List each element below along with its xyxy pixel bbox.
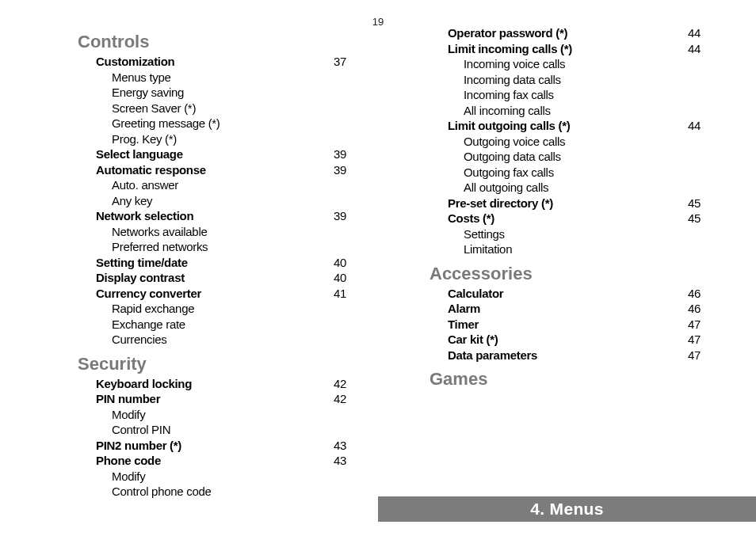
toc-entry: Network selection39: [78, 208, 346, 224]
toc-subentry: All incoming calls: [430, 103, 701, 119]
toc-entry-label: Alarm: [448, 302, 480, 315]
toc-subentry: Screen Saver (*): [78, 101, 346, 116]
toc-entry-label: Data parameters: [448, 348, 537, 362]
toc-subentry: Networks available: [78, 224, 346, 240]
toc-entry: Automatic response39: [78, 162, 346, 178]
toc-entry: Timer47: [430, 317, 701, 333]
toc-entry: Keyboard locking42: [78, 376, 346, 392]
toc-entry: Display contrast40: [78, 270, 346, 286]
toc-entry-page: 41: [334, 286, 346, 302]
toc-entry-page: 47: [688, 332, 701, 348]
toc-entry-page: 39: [334, 208, 346, 224]
toc-subentry: Outgoing voice calls: [430, 134, 701, 150]
toc-entry: Limit incoming calls (*)44: [430, 41, 701, 57]
section-heading: Games: [430, 369, 701, 390]
toc-entry-page: 43: [334, 438, 346, 454]
toc-entry: Car kit (*)47: [430, 332, 701, 348]
toc-subentry: Greeting message (*): [78, 116, 346, 131]
toc-entry-label: Limit incoming calls (*): [448, 42, 572, 55]
toc-subentry: Control phone code: [78, 484, 346, 500]
toc-entry: Phone code43: [78, 453, 346, 469]
toc-subentry: Auto. answer: [78, 177, 346, 193]
toc-subentry: Incoming fax calls: [430, 87, 701, 103]
toc-entry: Setting time/date40: [78, 255, 346, 271]
toc-entry: PIN number42: [78, 391, 346, 407]
toc-subentry: Incoming voice calls: [430, 56, 701, 72]
chapter-bar: 4. Menus: [378, 496, 756, 522]
toc-entry-page: 37: [334, 54, 346, 70]
toc-entry-label: Display contrast: [96, 271, 185, 284]
toc-entry: Customization37: [78, 54, 346, 70]
toc-subentry: Rapid exchange: [78, 301, 346, 317]
toc-entry-page: 45: [688, 211, 701, 226]
toc-entry-label: Car kit (*): [448, 333, 498, 346]
toc-entry: Calculator46: [430, 286, 701, 302]
toc-entry-page: 39: [334, 162, 346, 178]
toc-entry-page: 44: [688, 118, 701, 134]
toc-columns: ControlsCustomization37Menus typeEnergy …: [0, 25, 756, 500]
toc-entry-label: Network selection: [96, 209, 193, 222]
toc-subentry: Preferred networks: [78, 239, 346, 255]
toc-subentry: Currencies: [78, 332, 346, 348]
toc-entry-label: Operator password (*): [448, 26, 567, 40]
section-heading: Accessories: [430, 264, 701, 284]
right-column: Operator password (*)44Limit incoming ca…: [378, 25, 756, 500]
toc-entry-page: 42: [334, 391, 346, 407]
toc-entry-page: 39: [334, 146, 346, 162]
toc-entry: Currency converter41: [78, 286, 346, 302]
toc-entry-page: 47: [688, 348, 701, 363]
toc-entry-label: PIN2 number (*): [96, 439, 181, 452]
toc-entry: PIN2 number (*)43: [78, 438, 346, 454]
toc-entry: Limit outgoing calls (*)44: [430, 118, 701, 134]
toc-entry-label: Limit outgoing calls (*): [448, 119, 570, 132]
toc-entry-page: 44: [688, 41, 701, 57]
toc-entry-page: 43: [334, 453, 346, 469]
toc-entry-label: Costs (*): [448, 211, 494, 225]
toc-subentry: Any key: [78, 193, 346, 209]
toc-entry-page: 47: [688, 317, 701, 333]
toc-entry-label: Setting time/date: [96, 256, 188, 269]
toc-entry-page: 40: [334, 255, 346, 271]
toc-subentry: Prog. Key (*): [78, 131, 346, 147]
toc-entry-page: 46: [688, 286, 701, 302]
toc-entry-label: Phone code: [96, 454, 161, 467]
toc-entry-page: 42: [334, 376, 346, 392]
toc-subentry: Modify: [78, 469, 346, 485]
left-column: ControlsCustomization37Menus typeEnergy …: [0, 25, 378, 500]
toc-subentry: Menus type: [78, 70, 346, 86]
toc-entry: Operator password (*)44: [430, 25, 701, 41]
toc-entry: Data parameters47: [430, 348, 701, 363]
toc-subentry: Limitation: [430, 241, 701, 257]
toc-subentry: Modify: [78, 407, 346, 423]
toc-subentry: Outgoing data calls: [430, 149, 701, 165]
toc-subentry: Incoming data calls: [430, 72, 701, 88]
toc-entry-label: Customization: [96, 55, 174, 68]
toc-subentry: Energy saving: [78, 85, 346, 101]
toc-entry: Alarm46: [430, 301, 701, 317]
toc-entry: Costs (*)45: [430, 211, 701, 226]
toc-entry-page: 44: [688, 25, 701, 41]
toc-entry-page: 45: [688, 196, 701, 211]
toc-subentry: Exchange rate: [78, 317, 346, 333]
toc-entry-label: PIN number: [96, 392, 160, 405]
section-heading: Security: [78, 354, 346, 374]
toc-subentry: All outgoing calls: [430, 180, 701, 196]
toc-entry-page: 46: [688, 301, 701, 317]
toc-entry-label: Automatic response: [96, 163, 206, 177]
section-heading: Controls: [78, 32, 346, 52]
toc-entry-label: Calculator: [448, 287, 503, 300]
toc-subentry: Control PIN: [78, 422, 346, 438]
toc-subentry: Outgoing fax calls: [430, 165, 701, 181]
toc-entry-label: Timer: [448, 317, 479, 331]
toc-entry-page: 40: [334, 270, 346, 286]
toc-entry-label: Select language: [96, 147, 183, 161]
toc-entry-label: Currency converter: [96, 287, 201, 300]
toc-subentry: Settings: [430, 226, 701, 242]
toc-entry: Select language39: [78, 146, 346, 162]
toc-entry-label: Keyboard locking: [96, 377, 192, 390]
toc-entry: Pre-set directory (*)45: [430, 196, 701, 211]
toc-entry-label: Pre-set directory (*): [448, 196, 553, 210]
